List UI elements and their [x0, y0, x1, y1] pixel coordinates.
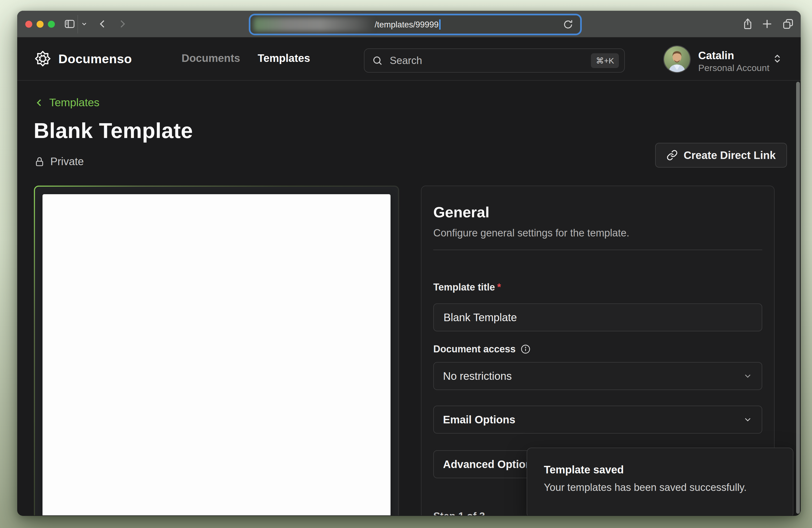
search-icon — [372, 55, 383, 66]
minimize-button[interactable] — [37, 21, 44, 28]
search-placeholder: Search — [390, 55, 422, 67]
document-preview-card — [34, 186, 399, 515]
user-name: Catalin — [698, 49, 769, 62]
visibility-status: Private — [34, 156, 84, 167]
back-link-label: Templates — [49, 96, 100, 109]
vertical-scrollbar[interactable] — [796, 82, 800, 514]
new-tab-icon[interactable] — [761, 18, 773, 30]
advanced-options-label: Advanced Options — [443, 458, 538, 470]
toast-title: Template saved — [544, 464, 776, 476]
browser-toolbar: /templates/99999 — [17, 11, 801, 38]
page-title: Blank Template — [34, 118, 193, 143]
chevrons-up-down-icon[interactable] — [772, 53, 783, 64]
toolbar-separator — [77, 15, 78, 33]
app-content: Documenso Documents Templates Search ⌘+K — [17, 38, 801, 515]
required-asterisk: * — [497, 282, 501, 293]
panel-description: Configure general settings for the templ… — [433, 227, 762, 239]
search-input[interactable]: Search ⌘+K — [364, 48, 625, 73]
nav-tab-documents[interactable]: Documents — [182, 52, 240, 64]
url-bar[interactable]: /templates/99999 — [250, 15, 580, 34]
brand-name: Documenso — [58, 52, 132, 66]
document-page[interactable] — [43, 194, 391, 515]
panel-heading: General — [433, 203, 762, 221]
document-access-select[interactable]: No restrictions — [433, 362, 762, 390]
traffic-lights — [25, 21, 55, 28]
visibility-label: Private — [50, 156, 84, 167]
nav-tab-templates[interactable]: Templates — [258, 52, 310, 64]
info-icon[interactable] — [520, 344, 531, 354]
avatar[interactable] — [663, 45, 691, 73]
app-header: Documenso Documents Templates Search ⌘+K — [17, 38, 801, 81]
back-to-templates-link[interactable]: Templates — [34, 96, 100, 109]
chevron-down-icon — [743, 371, 753, 381]
template-title-label: Template title* — [433, 281, 762, 293]
document-preview-inner — [35, 187, 398, 515]
email-options-accordion[interactable]: Email Options — [433, 406, 762, 434]
documenso-logo-icon — [34, 50, 52, 67]
url-blurred-domain — [253, 17, 375, 31]
reload-icon[interactable] — [562, 19, 574, 30]
toast-notification[interactable]: Template saved Your templates has been s… — [527, 448, 794, 515]
email-options-label: Email Options — [443, 414, 515, 426]
chevron-down-icon[interactable] — [81, 20, 88, 27]
brand[interactable]: Documenso — [34, 50, 132, 67]
back-button[interactable] — [97, 18, 108, 30]
sidebar-toggle-icon[interactable] — [63, 18, 76, 30]
tabs-overview-icon[interactable] — [782, 18, 794, 30]
maximize-button[interactable] — [48, 21, 55, 28]
chain-link-icon — [667, 149, 678, 161]
document-access-label: Document access — [433, 343, 762, 355]
chevron-down-icon — [743, 415, 753, 424]
document-access-value: No restrictions — [443, 370, 512, 382]
chevron-left-icon — [34, 98, 44, 108]
close-button[interactable] — [25, 21, 32, 28]
user-account-type: Personal Account — [698, 62, 769, 74]
create-direct-link-label: Create Direct Link — [684, 149, 776, 161]
browser-window: /templates/99999 — [17, 11, 801, 516]
template-title-input[interactable] — [433, 304, 762, 332]
toast-message: Your templates has been saved successful… — [544, 482, 776, 493]
url-path-text: /templates/99999 — [375, 19, 440, 30]
user-menu[interactable]: Catalin Personal Account — [698, 49, 769, 74]
search-shortcut-badge: ⌘+K — [591, 53, 619, 68]
text-caret — [439, 19, 440, 30]
forward-button[interactable] — [117, 18, 128, 30]
share-icon[interactable] — [741, 18, 754, 30]
create-direct-link-button[interactable]: Create Direct Link — [655, 143, 787, 167]
lock-icon — [34, 156, 45, 167]
divider — [433, 250, 762, 250]
